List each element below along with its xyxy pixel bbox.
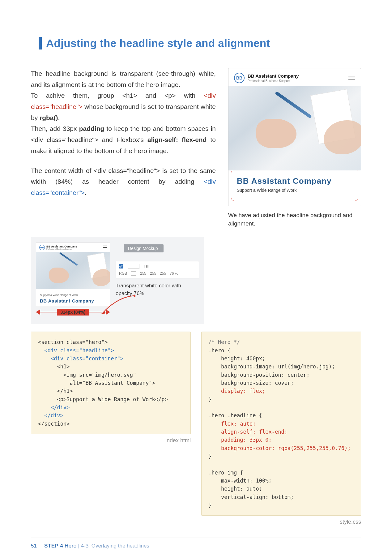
para3a: The content width of <div class="headlin… [31,167,216,185]
para1b-pre: To achive them, group <h1> and <p> with [31,92,204,99]
rgba-bold: rgba() [40,114,58,121]
padding-bold: padding [79,125,104,132]
heading-accent-bar [39,37,42,49]
width-arrow: 314px (84%) [36,309,110,316]
transparent-label: Transparent white color with opacity 76% [116,282,199,297]
para2a: Then, add 33px [31,125,79,132]
mini-hero-image [36,252,110,289]
color-inspector: Fill RGB 255 255 255 76 % [116,261,199,278]
page-number: 51 [31,543,37,549]
design-mockup-badge: Design Mockup [124,244,164,252]
mini-brand-title: BB Assistant Company [46,245,77,248]
code-html-filename: index.html [31,437,191,444]
footer-step: STEP 4 [44,543,63,549]
mockup-headline-outline: BB Assistant Company Support a Wide Rang… [231,169,358,201]
color-r: 255 [140,271,146,276]
design-mockup-panel: Design Mockup BB BB Assistant Company Pr… [31,237,204,324]
page-title: Adjusting the headline style and alignme… [46,37,270,49]
hamburger-icon [103,246,107,250]
color-alpha: 76 % [170,271,178,276]
mockup-brand-sub: Professional Business Support [248,79,299,83]
mockup-brand: BB BB Assistant Company Professional Bus… [234,73,299,83]
page-footer: 51 STEP 4 Hero | 4-3 Overlaying the head… [31,543,361,549]
para1a: The headline background is transparent (… [31,70,216,88]
mockup-headline-sub: Support a Wide Range of Work [237,188,352,193]
code-block-css: /* Hero */ .hero { height: 400px; backgr… [201,332,361,516]
hamburger-icon [348,76,355,80]
mode-dropdown-icon [131,271,136,276]
right-column: BB BB Assistant Company Professional Bus… [228,68,361,228]
bb-logo-icon: BB [234,73,245,83]
footer-section: 4-3 [81,543,89,549]
mini-headline: Support a Wide Range of Work BB Assistan… [36,289,110,307]
mockup-brand-title: BB Assistant Company [248,73,299,79]
mockup-header: BB BB Assistant Company Professional Bus… [228,68,361,86]
bb-logo-icon: BB [39,245,45,250]
mini-headline-big: BB Assistant Company [40,298,106,303]
footer-divider: | [78,543,81,549]
mini-screenshot: BB BB Assistant Company Professional Bus… [36,243,110,307]
color-b: 255 [160,271,166,276]
code-block-html: <section class="hero"> <div class="headl… [31,332,191,434]
mockup-headline-big: BB Assistant Company [237,176,352,186]
fill-checkbox-icon [119,264,123,268]
mini-headline-sub: Support a Wide Range of Work [40,293,78,297]
color-mode: RGB [119,271,127,276]
fill-label: Fill [144,264,148,268]
alignself-bold: align-self: flex-end [147,136,207,143]
mockup-caption: We have adjusted the headline background… [228,211,361,228]
color-g: 255 [150,271,156,276]
code-css-filename: style.css [201,519,361,525]
fill-swatch [128,264,139,269]
mockup-hero-image [228,86,361,170]
width-arrow-label: 314px (84%) [57,309,89,316]
footer-step-title: Hero [65,543,77,549]
footer-rule [31,538,361,538]
article-body: The headline background is transparent (… [31,68,216,228]
mini-brand-sub: Professional Business Support [46,248,77,250]
mockup-screenshot: BB BB Assistant Company Professional Bus… [228,68,361,206]
